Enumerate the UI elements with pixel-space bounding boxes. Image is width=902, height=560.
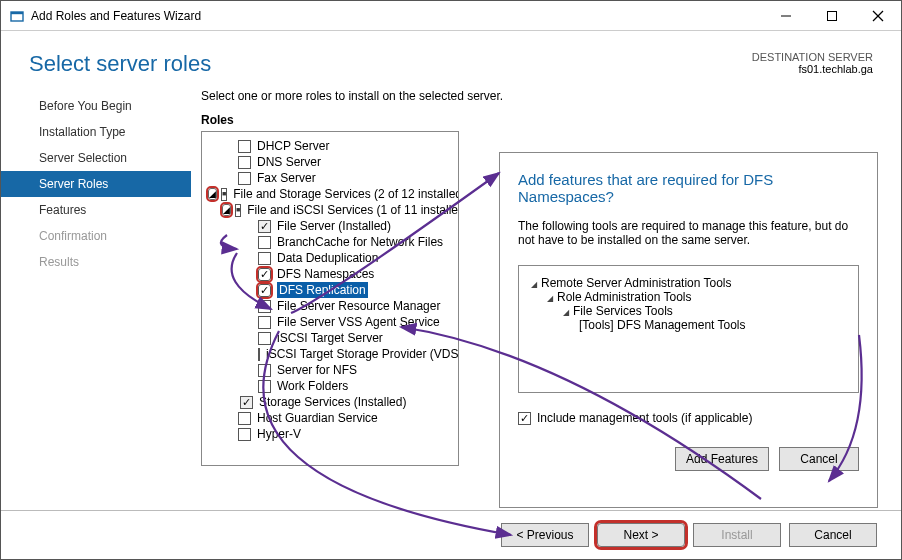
wizard-footer: < Previous Next > Install Cancel (1, 510, 901, 559)
checkbox[interactable] (238, 156, 251, 169)
window-title: Add Roles and Features Wizard (31, 9, 763, 23)
role-dns[interactable]: DNS Server (204, 154, 456, 170)
role-fax[interactable]: Fax Server (204, 170, 456, 186)
destination-server: DESTINATION SERVER fs01.techlab.ga (752, 51, 873, 75)
step-results: Results (1, 249, 191, 275)
include-tools-label: Include management tools (if applicable) (537, 411, 752, 425)
checkbox[interactable] (258, 268, 271, 281)
include-tools-checkbox[interactable] (518, 412, 531, 425)
role-iscsi-provider[interactable]: iSCSI Target Storage Provider (VDS and V… (204, 346, 456, 362)
add-features-button[interactable]: Add Features (675, 447, 769, 471)
roles-label: Roles (201, 113, 901, 131)
close-button[interactable] (855, 1, 901, 30)
svg-rect-3 (828, 11, 837, 20)
checkbox[interactable] (258, 348, 260, 361)
checkbox[interactable] (258, 236, 271, 249)
checkbox[interactable] (221, 188, 227, 201)
checkbox[interactable] (258, 316, 271, 329)
step-server-roles[interactable]: Server Roles (1, 171, 191, 197)
role-file-server[interactable]: File Server (Installed) (204, 218, 456, 234)
tree-item[interactable]: File Services Tools (531, 304, 846, 318)
role-hgs[interactable]: Host Guardian Service (204, 410, 456, 426)
expand-icon[interactable]: ◢ (222, 204, 231, 216)
role-file-iscsi[interactable]: ◢File and iSCSI Services (1 of 11 instal… (204, 202, 456, 218)
step-features[interactable]: Features (1, 197, 191, 223)
wizard-window: Add Roles and Features Wizard Select ser… (0, 0, 902, 560)
minimize-button[interactable] (763, 1, 809, 30)
checkbox[interactable] (238, 412, 251, 425)
checkbox[interactable] (238, 428, 251, 441)
features-tree: Remote Server Administration Tools Role … (518, 265, 859, 393)
sidebar: Before You Begin Installation Type Serve… (1, 87, 191, 527)
role-iscsi-target[interactable]: iSCSI Target Server (204, 330, 456, 346)
maximize-button[interactable] (809, 1, 855, 30)
add-features-dialog: Add features that are required for DFS N… (499, 152, 878, 508)
step-installation-type[interactable]: Installation Type (1, 119, 191, 145)
checkbox[interactable] (235, 204, 241, 217)
role-dedup[interactable]: Data Deduplication (204, 250, 456, 266)
checkbox[interactable] (258, 332, 271, 345)
titlebar: Add Roles and Features Wizard (1, 1, 901, 31)
app-icon (9, 8, 25, 24)
checkbox[interactable] (238, 140, 251, 153)
role-file-storage[interactable]: ◢File and Storage Services (2 of 12 inst… (204, 186, 456, 202)
tree-item[interactable]: Role Administration Tools (531, 290, 846, 304)
step-before-you-begin[interactable]: Before You Begin (1, 93, 191, 119)
role-dhcp[interactable]: DHCP Server (204, 138, 456, 154)
checkbox[interactable] (258, 380, 271, 393)
role-vss-agent[interactable]: File Server VSS Agent Service (204, 314, 456, 330)
checkbox[interactable] (258, 252, 271, 265)
role-hyperv[interactable]: Hyper-V (204, 426, 456, 442)
cancel-button[interactable]: Cancel (789, 523, 877, 547)
role-dfs-namespaces[interactable]: DFS Namespaces (204, 266, 456, 282)
role-dfs-replication[interactable]: DFS Replication (204, 282, 456, 298)
destination-value: fs01.techlab.ga (752, 63, 873, 75)
checkbox[interactable] (258, 284, 271, 297)
install-button: Install (693, 523, 781, 547)
role-fsrm[interactable]: File Server Resource Manager (204, 298, 456, 314)
previous-button[interactable]: < Previous (501, 523, 589, 547)
checkbox[interactable] (258, 364, 271, 377)
include-tools-row[interactable]: Include management tools (if applicable) (518, 411, 859, 425)
step-server-selection[interactable]: Server Selection (1, 145, 191, 171)
tree-item[interactable]: Remote Server Administration Tools (531, 276, 846, 290)
destination-label: DESTINATION SERVER (752, 51, 873, 63)
dialog-cancel-button[interactable]: Cancel (779, 447, 859, 471)
expand-icon[interactable]: ◢ (208, 188, 217, 200)
checkbox[interactable] (258, 300, 271, 313)
step-confirmation: Confirmation (1, 223, 191, 249)
page-title: Select server roles (29, 51, 211, 77)
dialog-text: The following tools are required to mana… (518, 219, 859, 247)
checkbox[interactable] (238, 172, 251, 185)
next-button[interactable]: Next > (597, 523, 685, 547)
heading-row: Select server roles DESTINATION SERVER f… (1, 31, 901, 87)
role-work-folders[interactable]: Work Folders (204, 378, 456, 394)
svg-rect-1 (11, 12, 23, 14)
role-nfs[interactable]: Server for NFS (204, 362, 456, 378)
instruction-text: Select one or more roles to install on t… (201, 87, 901, 113)
window-controls (763, 1, 901, 30)
checkbox[interactable] (240, 396, 253, 409)
role-storage-services[interactable]: Storage Services (Installed) (204, 394, 456, 410)
checkbox[interactable] (258, 220, 271, 233)
dialog-title: Add features that are required for DFS N… (518, 171, 859, 205)
tree-item[interactable]: [Tools] DFS Management Tools (531, 318, 846, 332)
roles-listbox[interactable]: DHCP Server DNS Server Fax Server ◢File … (201, 131, 459, 466)
role-branchcache[interactable]: BranchCache for Network Files (204, 234, 456, 250)
